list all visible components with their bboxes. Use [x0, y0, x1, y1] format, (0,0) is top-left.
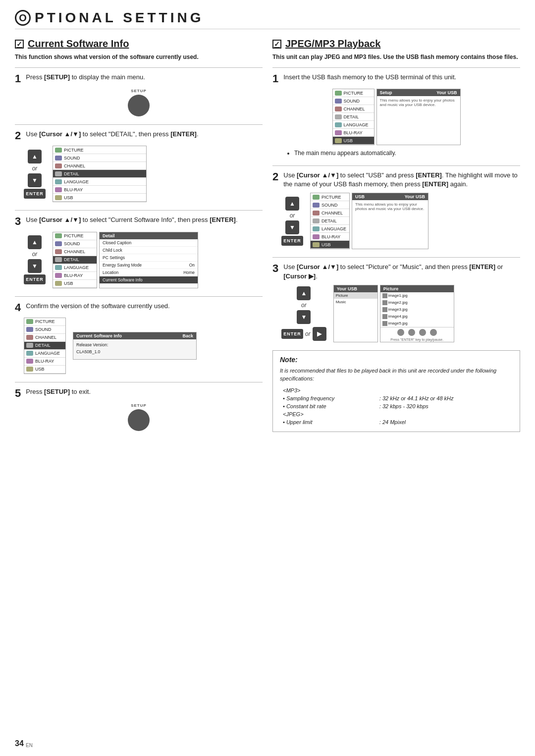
rstep1-visual: PICTURE SOUND CHANNEL DETAIL LANGUAGE BL… — [272, 89, 520, 145]
rstep3-text: Use [Cursor ▲/▼] to select "Picture" or … — [283, 263, 520, 280]
usb-title-3: Your USB — [337, 286, 357, 291]
detail-row-energy: Energy Saving ModeOn — [100, 262, 198, 269]
down-arrow-btn[interactable]: ▼ — [28, 173, 42, 187]
detail-row-cc: Closed Caption — [100, 239, 198, 247]
rstep3-num: 3 — [272, 263, 278, 274]
s3-channel: CHANNEL — [53, 248, 97, 256]
rstep2-left-menu: PICTURE SOUND CHANNEL DETAIL LANGUAGE BL… — [310, 193, 350, 249]
release-version: CLA50B_1.0 — [76, 349, 193, 354]
menu-row-detail: DETAIL — [53, 170, 146, 178]
s4-sound: SOUND — [24, 326, 65, 334]
step3-up-arrow[interactable]: ▲ — [28, 235, 42, 249]
step2-header: 2 Use [Cursor ▲/▼] to select "DETAIL", t… — [15, 130, 263, 142]
step2-text: Use [Cursor ▲/▼] to select "DETAIL", the… — [26, 130, 198, 139]
s4-picture: PICTURE — [24, 318, 65, 326]
step2-remote: ▲ or ▼ ENTER — [24, 150, 46, 199]
s3-picture: PICTURE — [53, 232, 97, 240]
detail-row-swinfo: Current Software Info — [100, 276, 198, 284]
version-value: CLA50B_1.0 — [76, 349, 100, 354]
rstep3-down[interactable]: ▼ — [297, 310, 311, 324]
rstep1-usb-menu: Setup Your USB This menu allows you to e… — [376, 89, 461, 145]
menu-row-channel: CHANNEL — [53, 162, 146, 170]
step5-visual: SETUP — [15, 403, 263, 431]
step3-down-arrow[interactable]: ▼ — [28, 259, 42, 273]
step3-header: 3 Use [Cursor ▲/▼] to select "Current So… — [15, 216, 263, 227]
note-mp3-header: <MP3> — [281, 387, 512, 394]
header-circle-letter: O — [19, 12, 27, 24]
file-item-5: image5.jpg — [380, 320, 454, 327]
note-table: <MP3> • Sampling frequency : 32 kHz or 4… — [280, 386, 513, 427]
two-column-layout: ✓ Current Software Info This function sh… — [15, 38, 520, 439]
checkbox-icon-right: ✓ — [272, 40, 281, 49]
up-arrow-btn[interactable]: ▲ — [28, 150, 42, 163]
enter-btn-3[interactable]: ENTER — [24, 274, 46, 284]
soft-info-back[interactable]: Back — [182, 333, 193, 338]
usb-menu-title-1: Setup Your USB — [377, 89, 460, 96]
release-label: Release Version: — [76, 342, 193, 347]
usb-menu-title-3: Your USB — [334, 285, 377, 292]
r2-channel: CHANNEL — [311, 209, 349, 217]
s4-usb: USB — [24, 366, 65, 374]
rstep3-menus: Your USB Picture Music Picture image1.jp… — [333, 285, 454, 342]
or-label-r2: or — [290, 212, 295, 219]
r1-detail: DETAIL — [333, 113, 374, 121]
or-label-2: or — [32, 165, 38, 172]
note-upper-label: • Upper limit — [281, 419, 376, 426]
note-bitrate-label: • Constant bit rate — [281, 403, 376, 410]
rstep1-num: 1 — [272, 73, 278, 85]
right-step-3: 3 Use [Cursor ▲/▼] to select "Picture" o… — [272, 257, 520, 342]
music-item: Music — [334, 299, 377, 305]
rstep3-usb-list: Your USB Picture Music — [333, 285, 378, 342]
rstep1-left-menu: PICTURE SOUND CHANNEL DETAIL LANGUAGE BL… — [332, 89, 374, 145]
menu-row-usb: USB — [53, 194, 146, 202]
s4-detail: DETAIL — [24, 342, 65, 350]
your-usb-label-1: Your USB — [436, 90, 457, 95]
right-step-1: 1 Insert the USB flash memory to the USB… — [272, 67, 520, 158]
left-section-desc: This function shows what version of the … — [15, 54, 263, 60]
file-list-title-text: Picture — [383, 286, 399, 291]
note-sampling-label: • Sampling frequency — [281, 395, 376, 402]
step5-text: Press [SETUP] to exit. — [26, 387, 91, 396]
enter-btn-r3[interactable]: ENTER — [281, 329, 303, 339]
note-row-bitrate: • Constant bit rate : 32 kbps - 320 kbps — [281, 403, 512, 410]
note-box: Note: It is recommended that files to be… — [272, 350, 520, 432]
step4-num: 4 — [15, 302, 21, 314]
left-section-title: ✓ Current Software Info — [15, 38, 263, 50]
left-column: ✓ Current Software Info This function sh… — [15, 38, 263, 439]
rstep3-up[interactable]: ▲ — [297, 286, 311, 300]
page-header: O PTIONAL SETTING — [15, 10, 520, 29]
step5-header: 5 Press [SETUP] to exit. — [15, 387, 263, 399]
note-mp3-header-row: <MP3> — [281, 387, 512, 394]
soft-info-title: Current Software Info — [76, 333, 122, 338]
rstep3-remote: ▲ or ▼ ENTER or ▶ — [281, 286, 326, 341]
note-bitrate-value: : 32 kbps - 320 kbps — [377, 403, 512, 410]
file-list-title: Picture — [380, 285, 454, 292]
rstep2-text: Use [Cursor ▲/▼] to select "USB" and pre… — [283, 171, 520, 189]
enter-btn-2[interactable]: ENTER — [24, 189, 46, 199]
s4-language: LANGUAGE — [24, 350, 65, 358]
usb-menu-title-2: USB Your USB — [352, 193, 428, 200]
rstep1-bullet: The main menu appears automatically. — [294, 149, 520, 158]
rstep2-up[interactable]: ▲ — [285, 197, 299, 211]
right-column: ✓ JPEG/MP3 Playback This unit can play J… — [272, 38, 520, 439]
rstep2-num: 2 — [272, 171, 278, 183]
step1-header: 1 Press [SETUP] to display the main menu… — [15, 73, 263, 85]
rstep2-remote: ▲ or ▼ ENTER — [281, 197, 303, 246]
setup-button-5[interactable] — [128, 409, 150, 431]
menu-row-bluray: BLU-RAY — [53, 186, 146, 194]
rstep2-usb-menu: USB Your USB This menu allows you to enj… — [352, 193, 428, 249]
enter-btn-r2[interactable]: ENTER — [281, 236, 303, 246]
detail-menu-title: Detail — [100, 232, 198, 239]
rstep3-file-list: Picture image1.jpg image2.jpg image3.jpg — [380, 285, 454, 342]
usb-menu-body-1: This menu allows you to enjoy your photo… — [377, 96, 460, 109]
setup-button-1[interactable] — [128, 95, 150, 116]
rstep2-down[interactable]: ▼ — [285, 220, 299, 234]
step2-menu-mock: PICTURE SOUND CHANNEL DETAIL LANGUAGE BL… — [53, 146, 147, 202]
r2-detail: DETAIL — [311, 217, 349, 225]
detail-row-location: LocationHome — [100, 269, 198, 276]
rstep3-visual: ▲ or ▼ ENTER or ▶ Your USB — [281, 285, 520, 342]
step1-visual: SETUP — [15, 89, 263, 116]
right-arrow-btn-r3[interactable]: ▶ — [313, 327, 326, 341]
page-number: 34 — [15, 739, 24, 748]
release-text: Release Version: — [76, 342, 108, 347]
